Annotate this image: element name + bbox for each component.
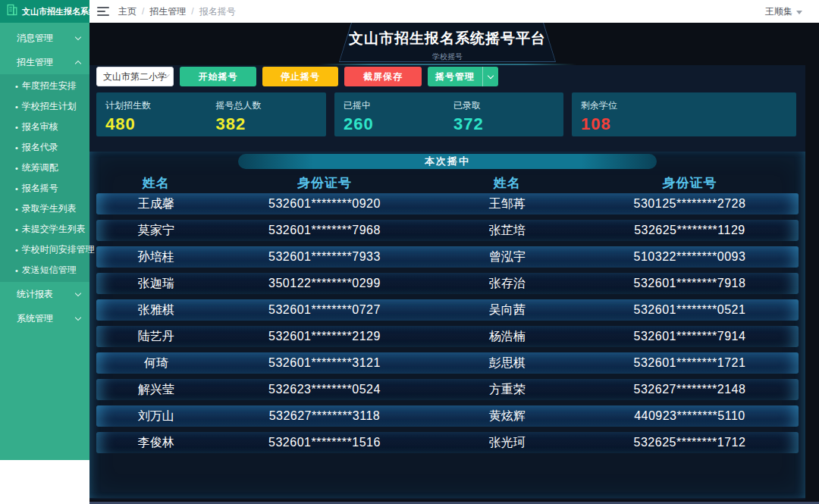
stats-card-drawn: 已摇中 260 已录取 372 [334,92,563,136]
sidebar-group-enrollment[interactable]: 招生管理 [0,50,89,74]
sidebar-item-annual-plan[interactable]: 年度招生安排 [0,76,89,96]
cell-id: 532625********1129 [581,224,799,237]
sidebar-item-lottery[interactable]: 报名摇号 [0,178,89,199]
page-title: 文山市招生报名系统摇号平台 [340,29,555,49]
stats-card-plan: 计划招生数 480 摇号总人数 382 [96,92,326,136]
chevron-down-icon [75,33,81,39]
stats-card-remaining: 剩余学位 108 [572,92,796,136]
user-name: 王顺集 [765,5,792,18]
cell-id: 532601********7914 [581,330,799,343]
cell-id: 440923********5110 [581,409,799,423]
cell-name: 莫家宁 [96,223,215,239]
cell-name: 张雅棋 [96,302,215,318]
cell-name: 张光珂 [433,435,580,451]
table-row: 何琦 532601********3121 彭思棋 532601********… [96,352,799,374]
chevron-down-icon [75,314,81,320]
cell-id: 532601********7918 [581,277,799,290]
sidebar-item-registration-proxy[interactable]: 报名代录 [0,137,89,158]
lottery-results-panel: 本次摇中 姓名 身份证号 姓名 身份证号 王成馨 532601********0… [89,152,805,498]
cell-id: 532601********7933 [215,250,433,264]
cell-name: 黄炫辉 [433,409,580,424]
cell-name: 张迦瑞 [96,276,215,292]
sidebar-item-unsubmitted-students[interactable]: 未提交学生列表 [0,219,89,239]
cell-id: 532601********0727 [215,303,433,317]
screenshot-save-button[interactable]: 截屏保存 [344,67,422,86]
building-icon [6,4,18,19]
cell-name: 解兴莹 [96,382,215,398]
sidebar-group-label: 消息管理 [17,32,76,45]
sidebar-group-messages[interactable]: 消息管理 [0,26,89,50]
lottery-manage-label[interactable]: 摇号管理 [428,67,482,86]
hamburger-icon[interactable] [97,7,109,16]
banner-glow-line [318,64,576,65]
column-header-id: 身份证号 [581,174,799,192]
sidebar-item-registration-review[interactable]: 报名审核 [0,117,89,137]
sidebar-item-school-plan[interactable]: 学校招生计划 [0,96,89,117]
cell-id: 532601********1721 [581,356,799,370]
lottery-manage-split-button[interactable]: 摇号管理 [428,67,498,86]
app-title: 文山市招生报名系统 [22,6,97,17]
topbar: 主页 招生管理 报名摇号 王顺集 [89,0,819,23]
table-row: 孙培桂 532601********7933 曾泓宇 510322*******… [96,246,799,268]
sidebar-item-school-schedule[interactable]: 学校时间安排管理 [0,239,89,260]
stat-value: 260 [344,114,453,134]
sidebar-item-allocation[interactable]: 统筹调配 [0,158,89,178]
table-row: 陆艺丹 532601********2129 杨浩楠 532601*******… [96,326,799,347]
stop-lottery-button[interactable]: 停止摇号 [262,67,338,86]
cell-id: 532601********0521 [581,303,799,317]
cell-id: 532601********3121 [215,356,433,370]
cell-id: 510322********0093 [581,250,799,264]
section-title-pill: 本次摇中 [238,154,657,169]
cell-name: 何琦 [96,355,215,371]
sidebar-group-system[interactable]: 系统管理 [0,306,89,330]
cell-id: 350122********0299 [215,277,433,290]
cell-id: 532627********2148 [581,383,799,396]
stat-label: 摇号总人数 [216,99,327,112]
stat-value: 480 [105,114,216,134]
table-row: 莫家宁 532601********7968 张芷培 532625*******… [96,220,799,241]
table-row: 解兴莹 532623********0524 方重荣 532627*******… [96,379,799,400]
sidebar-menu: 消息管理 招生管理 年度招生安排 学校招生计划 报名审核 报名代录 统筹调配 报… [0,23,89,330]
school-select-value: 文山市第二小学 [103,70,167,83]
cell-name: 李俊林 [96,435,215,451]
stat-label: 剩余学位 [581,99,695,112]
school-select[interactable]: 文山市第二小学 [96,67,174,86]
sidebar-group-label: 系统管理 [17,312,76,325]
stat-drawn: 已摇中 260 [344,99,453,136]
cell-name: 彭思棋 [433,355,580,371]
cell-name: 王成馨 [96,196,215,212]
stat-label: 已录取 [453,99,563,112]
sidebar-group-reports[interactable]: 统计报表 [0,282,89,306]
chevron-down-icon [488,72,494,78]
breadcrumb-enrollment[interactable]: 招生管理 [136,5,186,18]
start-lottery-button[interactable]: 开始摇号 [180,67,256,86]
cell-name: 张芷培 [433,223,580,239]
caret-down-icon [796,11,802,14]
breadcrumb-home[interactable]: 主页 [118,5,136,18]
app-logo-bar[interactable]: 文山市招生报名系统 [0,0,89,23]
breadcrumb: 主页 招生管理 报名摇号 [118,5,236,18]
table-row: 李俊林 532601********1516 张光珂 532625*******… [96,432,799,453]
table-header: 姓名 身份证号 姓名 身份证号 [96,174,799,192]
table-row: 张雅棋 532601********0727 吴向茜 532601*******… [96,299,799,321]
cell-name: 吴向茜 [433,302,580,318]
cell-name: 王邹苒 [433,196,580,212]
table-row: 刘万山 532627********3118 黄炫辉 440923*******… [96,405,799,427]
sidebar-item-admitted-students[interactable]: 录取学生列表 [0,199,89,219]
split-dropdown-toggle[interactable] [482,67,498,86]
title-banner: 文山市招生报名系统摇号平台 学校摇号 [339,23,556,62]
stat-label: 计划招生数 [105,99,216,112]
sidebar: 文山市招生报名系统 消息管理 招生管理 年度招生安排 学校招生计划 报名审核 报… [0,0,89,504]
cell-name: 方重荣 [433,382,580,398]
stat-value: 372 [453,114,563,134]
user-menu[interactable]: 王顺集 [765,5,802,18]
cell-id: 532601********0920 [215,197,433,211]
chevron-up-icon [75,60,81,66]
sidebar-submenu-enrollment: 年度招生安排 学校招生计划 报名审核 报名代录 统筹调配 报名摇号 录取学生列表… [0,74,89,282]
sidebar-menu-background: 文山市招生报名系统 消息管理 招生管理 年度招生安排 学校招生计划 报名审核 报… [0,0,89,460]
sidebar-item-sms-management[interactable]: 发送短信管理 [0,260,89,280]
column-header-name: 姓名 [433,174,580,192]
table-body: 王成馨 532601********0920 王邹苒 530125*******… [96,193,799,459]
cell-name: 刘万山 [96,409,215,424]
cell-name: 杨浩楠 [433,329,580,345]
